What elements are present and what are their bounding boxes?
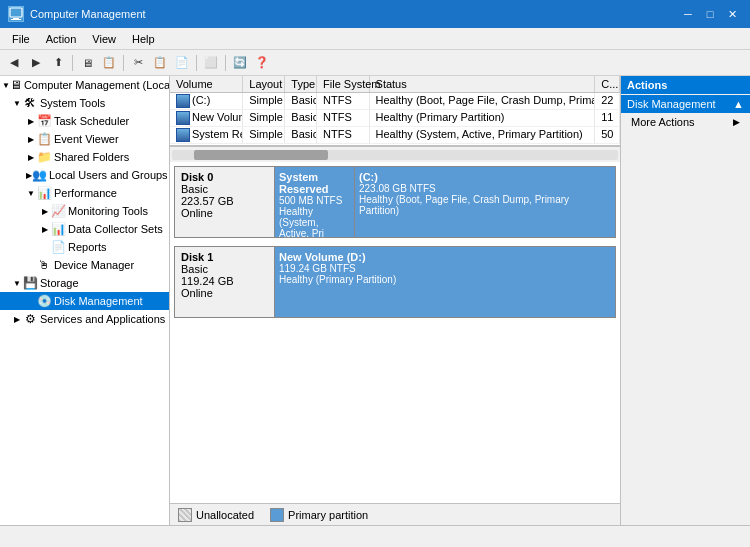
cell-fs-1: NTFS	[317, 110, 369, 126]
cell-status-0: Healthy (Boot, Page File, Crash Dump, Pr…	[370, 93, 596, 109]
disk-1-name: Disk 1	[181, 251, 268, 263]
new-button[interactable]: ✂	[128, 53, 148, 73]
legend-primary: Primary partition	[270, 508, 368, 522]
volume-icon-1	[176, 111, 190, 125]
table-row[interactable]: New Volume (D:) Simple Basic NTFS Health…	[170, 110, 620, 127]
maximize-button[interactable]: □	[700, 5, 720, 23]
tree-performance-arrow[interactable]: ▼	[26, 188, 36, 198]
legend-unallocated-label: Unallocated	[196, 509, 254, 521]
cell-fs-0: NTFS	[317, 93, 369, 109]
disk-0-size: 223.57 GB	[181, 195, 268, 207]
show-hide-button[interactable]: 🖥	[77, 53, 97, 73]
main-layout: ▼ 🖥 Computer Management (Local) ▼ 🛠 Syst…	[0, 76, 750, 525]
action-more-actions-label: More Actions	[631, 116, 695, 128]
col-header-type[interactable]: Type	[285, 76, 317, 92]
tree-services-apps[interactable]: ▶ ⚙ Services and Applications	[0, 310, 169, 328]
tree-task-scheduler[interactable]: ▶ 📅 Task Scheduler	[0, 112, 169, 130]
col-header-layout[interactable]: Layout	[243, 76, 285, 92]
cell-cap-0: 22	[595, 93, 620, 109]
help-button[interactable]: ❓	[252, 53, 272, 73]
tree-root-arrow[interactable]: ▼	[2, 80, 10, 90]
disk-0-part0-status: Healthy (System, Active, Pri	[279, 206, 350, 237]
disk-block-1: Disk 1 Basic 119.24 GB Online New Volume…	[174, 246, 616, 318]
menu-action[interactable]: Action	[38, 31, 85, 47]
action-more-actions[interactable]: More Actions ▶	[621, 113, 750, 131]
copy-button[interactable]: 📋	[150, 53, 170, 73]
actions-section-title: Disk Management	[627, 98, 716, 110]
back-button[interactable]: ◀	[4, 53, 24, 73]
tree-reports[interactable]: 📄 Reports	[0, 238, 169, 256]
tree-performance[interactable]: ▼ 📊 Performance	[0, 184, 169, 202]
tree-storage[interactable]: ▼ 💾 Storage	[0, 274, 169, 292]
tree-shared-folders-arrow[interactable]: ▶	[26, 152, 36, 162]
forward-button[interactable]: ▶	[26, 53, 46, 73]
disk-1-partitions: New Volume (D:) 119.24 GB NTFS Healthy (…	[275, 247, 615, 317]
volume-icon-2	[176, 128, 190, 142]
col-header-status[interactable]: Status	[370, 76, 596, 92]
menu-help[interactable]: Help	[124, 31, 163, 47]
disk-0-partition-0[interactable]: System Reserved 500 MB NTFS Healthy (Sys…	[275, 167, 355, 237]
tree-device-manager-arrow[interactable]	[26, 260, 36, 270]
tree-shared-folders-label: Shared Folders	[54, 151, 129, 163]
table-header: Volume Layout Type File System Status C.…	[170, 76, 620, 93]
tree-event-viewer-arrow[interactable]: ▶	[26, 134, 36, 144]
paste-button[interactable]: 📄	[172, 53, 192, 73]
tree-task-scheduler-arrow[interactable]: ▶	[26, 116, 36, 126]
tree-system-tools-icon: 🛠	[22, 95, 38, 111]
col-header-fs[interactable]: File System	[317, 76, 369, 92]
disk-1-type: Basic	[181, 263, 268, 275]
tree-performance-icon: 📊	[36, 185, 52, 201]
table-section: Volume Layout Type File System Status C.…	[170, 76, 620, 146]
col-header-volume[interactable]: Volume	[170, 76, 243, 92]
disk-0-partition-1[interactable]: (C:) 223.08 GB NTFS Healthy (Boot, Page …	[355, 167, 615, 237]
tree-reports-arrow[interactable]	[40, 242, 50, 252]
close-button[interactable]: ✕	[722, 5, 742, 23]
legend-bar: Unallocated Primary partition	[170, 503, 620, 525]
menu-view[interactable]: View	[84, 31, 124, 47]
table-row[interactable]: (C:) Simple Basic NTFS Healthy (Boot, Pa…	[170, 93, 620, 110]
tree-shared-folders[interactable]: ▶ 📁 Shared Folders	[0, 148, 169, 166]
tree-data-collector-arrow[interactable]: ▶	[40, 224, 50, 234]
left-panel[interactable]: ▼ 🖥 Computer Management (Local) ▼ 🛠 Syst…	[0, 76, 170, 525]
tree-local-users-icon: 👥	[32, 167, 47, 183]
tree-disk-management-arrow[interactable]	[26, 296, 36, 306]
tree-system-tools-arrow[interactable]: ▼	[12, 98, 22, 108]
tree-system-tools[interactable]: ▼ 🛠 System Tools	[0, 94, 169, 112]
up-button[interactable]: ⬆	[48, 53, 68, 73]
cell-layout-0: Simple	[243, 93, 285, 109]
properties-button[interactable]: 📋	[99, 53, 119, 73]
toolbar-sep-3	[196, 55, 197, 71]
tree-monitoring-tools-arrow[interactable]: ▶	[40, 206, 50, 216]
tree-services-apps-arrow[interactable]: ▶	[12, 314, 22, 324]
tree-local-users[interactable]: ▶ 👥 Local Users and Groups	[0, 166, 169, 184]
tree-device-manager[interactable]: 🖱 Device Manager	[0, 256, 169, 274]
cell-type-0: Basic	[285, 93, 317, 109]
export-button[interactable]: ⬜	[201, 53, 221, 73]
h-scroll-area[interactable]	[170, 146, 620, 162]
disk-1-part0-name: New Volume (D:)	[279, 251, 611, 263]
tree-monitoring-tools[interactable]: ▶ 📈 Monitoring Tools	[0, 202, 169, 220]
cell-layout-2: Simple	[243, 127, 285, 143]
disk-1-partition-0[interactable]: New Volume (D:) 119.24 GB NTFS Healthy (…	[275, 247, 615, 317]
tree-event-viewer[interactable]: ▶ 📋 Event Viewer	[0, 130, 169, 148]
actions-header[interactable]: Actions	[621, 76, 750, 94]
tree-storage-arrow[interactable]: ▼	[12, 278, 22, 288]
app-icon	[8, 6, 24, 22]
actions-section-header[interactable]: Disk Management ▲	[621, 95, 750, 113]
minimize-button[interactable]: ─	[678, 5, 698, 23]
table-row[interactable]: System Reserved Simple Basic NTFS Health…	[170, 127, 620, 144]
h-scrollbar[interactable]	[172, 150, 618, 160]
tree-disk-management[interactable]: 💿 Disk Management	[0, 292, 169, 310]
cell-cap-1: 11	[595, 110, 620, 126]
disk-1-part0-size: 119.24 GB NTFS	[279, 263, 611, 274]
disk-1-part0-status: Healthy (Primary Partition)	[279, 274, 611, 285]
refresh-button[interactable]: 🔄	[230, 53, 250, 73]
cell-type-2: Basic	[285, 127, 317, 143]
tree-root[interactable]: ▼ 🖥 Computer Management (Local)	[0, 76, 169, 94]
tree-data-collector[interactable]: ▶ 📊 Data Collector Sets	[0, 220, 169, 238]
col-header-cap[interactable]: C...	[595, 76, 620, 92]
tree-disk-management-label: Disk Management	[54, 295, 143, 307]
disk-0-part0-name: System Reserved	[279, 171, 350, 195]
tree-disk-management-icon: 💿	[36, 293, 52, 309]
menu-file[interactable]: File	[4, 31, 38, 47]
